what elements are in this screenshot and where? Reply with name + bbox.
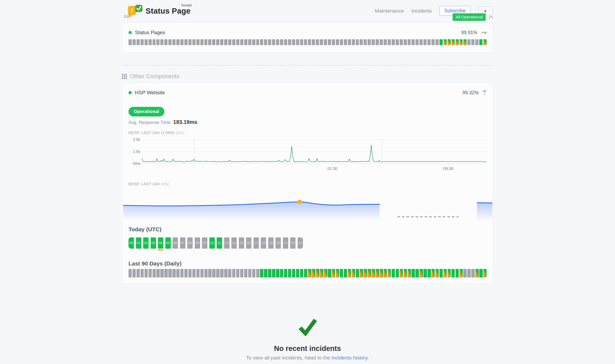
uptime-block[interactable] <box>320 269 323 277</box>
uptime-block[interactable] <box>344 269 347 277</box>
uptime-block[interactable] <box>400 269 403 277</box>
uptime-block[interactable] <box>248 39 251 45</box>
hour-block[interactable]: 04 <box>158 237 163 249</box>
uptime-block[interactable] <box>396 269 399 277</box>
uptime-block[interactable] <box>447 269 451 277</box>
uptime-block[interactable] <box>415 269 419 277</box>
uptime-block[interactable] <box>272 269 275 277</box>
uptime-block[interactable] <box>228 39 231 45</box>
uptime-block[interactable] <box>172 39 176 45</box>
uptime-block[interactable] <box>467 39 470 45</box>
uptime-block[interactable] <box>419 39 423 45</box>
uptime-block[interactable] <box>244 269 247 277</box>
uptime-block[interactable] <box>280 39 283 45</box>
uptime-block[interactable] <box>137 39 140 45</box>
uptime-block[interactable] <box>200 39 204 45</box>
uptime-block[interactable] <box>268 269 271 277</box>
hour-block[interactable]: 09 <box>195 237 200 249</box>
uptime-block[interactable] <box>184 269 188 277</box>
uptime-block[interactable] <box>180 39 184 45</box>
uptime-block[interactable] <box>208 39 211 45</box>
uptime-block[interactable] <box>356 269 359 277</box>
uptime-block[interactable] <box>145 269 148 277</box>
uptime-block[interactable] <box>388 39 391 45</box>
uptime-block[interactable] <box>400 39 403 45</box>
nav-maintenance[interactable]: Maintenance <box>375 8 404 14</box>
hour-block[interactable]: 16 <box>246 237 251 249</box>
all-operational-badge[interactable]: All Operational <box>453 13 486 21</box>
uptime-block[interactable] <box>431 39 435 45</box>
uptime-block[interactable] <box>188 269 192 277</box>
hour-block[interactable]: 20 <box>275 237 281 249</box>
uptime-block[interactable] <box>408 39 411 45</box>
uptime-block[interactable] <box>300 269 303 277</box>
uptime-block[interactable] <box>376 39 379 45</box>
uptime-block[interactable] <box>149 39 152 45</box>
uptime-block[interactable] <box>360 39 363 45</box>
uptime-block[interactable] <box>256 269 259 277</box>
uptime-block[interactable] <box>408 269 411 277</box>
uptime-block[interactable] <box>443 269 447 277</box>
uptime-block[interactable] <box>280 269 283 277</box>
uptime-block[interactable] <box>192 39 196 45</box>
uptime-block[interactable] <box>332 39 335 45</box>
hour-block[interactable]: 11 <box>209 237 215 249</box>
uptime-block[interactable] <box>129 39 132 45</box>
uptime-block[interactable] <box>244 39 247 45</box>
uptime-block[interactable] <box>284 269 287 277</box>
uptime-block[interactable] <box>292 269 295 277</box>
uptime-block[interactable] <box>423 269 427 277</box>
uptime-block[interactable] <box>356 39 359 45</box>
uptime-block[interactable] <box>316 39 319 45</box>
uptime-block[interactable] <box>479 39 482 45</box>
uptime-block[interactable] <box>475 269 478 277</box>
uptime-block[interactable] <box>252 269 255 277</box>
uptime-block[interactable] <box>288 269 291 277</box>
hour-block[interactable]: 15 <box>239 237 244 249</box>
uptime-block[interactable] <box>172 269 176 277</box>
hour-block[interactable]: 07 <box>180 237 185 249</box>
uptime-block[interactable] <box>268 39 271 45</box>
uptime-block[interactable] <box>463 39 466 45</box>
hour-block[interactable]: 08 <box>187 237 193 249</box>
uptime-block[interactable] <box>380 269 383 277</box>
uptime-block[interactable] <box>332 269 335 277</box>
uptime-block[interactable] <box>336 39 339 45</box>
hour-block[interactable]: 19 <box>268 237 274 249</box>
uptime-block[interactable] <box>220 269 223 277</box>
uptime-block[interactable] <box>204 39 208 45</box>
uptime-block[interactable] <box>447 39 451 45</box>
uptime-block[interactable] <box>451 269 455 277</box>
uptime-block[interactable] <box>340 39 343 45</box>
logo[interactable]: ! Status Page hosted <box>127 4 190 18</box>
uptime-block[interactable] <box>232 269 235 277</box>
uptime-block[interactable] <box>232 39 235 45</box>
uptime-block[interactable] <box>292 39 295 45</box>
uptime-block[interactable] <box>456 39 459 45</box>
uptime-block[interactable] <box>439 39 443 45</box>
uptime-block[interactable] <box>460 39 463 45</box>
uptime-block[interactable] <box>324 269 327 277</box>
uptime-block[interactable] <box>483 269 486 277</box>
uptime-block[interactable] <box>212 39 215 45</box>
uptime-block[interactable] <box>145 39 148 45</box>
uptime-block[interactable] <box>427 269 431 277</box>
uptime-block[interactable] <box>352 269 355 277</box>
uptime-block[interactable] <box>264 269 267 277</box>
nav-incidents[interactable]: Incidents <box>411 8 432 14</box>
uptime-block[interactable] <box>328 269 331 277</box>
uptime-block[interactable] <box>380 39 383 45</box>
uptime-block[interactable] <box>153 269 156 277</box>
hour-block[interactable]: 18 <box>261 237 266 249</box>
uptime-block[interactable] <box>236 39 239 45</box>
uptime-block[interactable] <box>149 269 152 277</box>
uptime-block[interactable] <box>479 269 482 277</box>
uptime-block[interactable] <box>364 269 367 277</box>
hour-block[interactable]: 06 <box>173 237 178 249</box>
uptime-block[interactable] <box>404 269 407 277</box>
uptime-block[interactable] <box>296 269 299 277</box>
uptime-block[interactable] <box>388 269 391 277</box>
hour-block[interactable]: 12 <box>217 237 222 249</box>
uptime-block[interactable] <box>324 39 327 45</box>
uptime-block[interactable] <box>384 39 387 45</box>
